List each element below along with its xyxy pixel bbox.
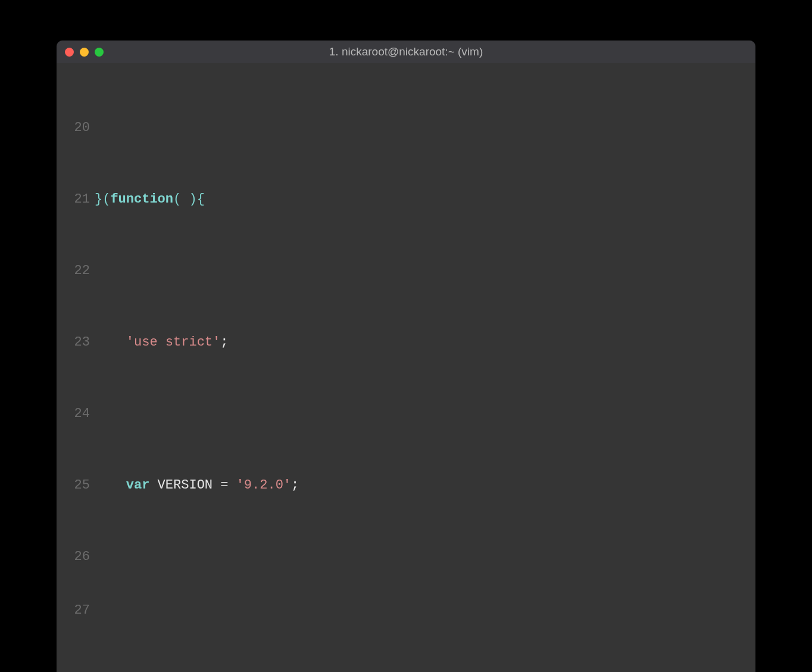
line-number: 26: [57, 548, 95, 566]
minimize-icon[interactable]: [80, 48, 89, 57]
terminal-window: 1. nickaroot@nickaroot:~ (vim) 20 21 }(f…: [57, 41, 755, 672]
zoom-icon[interactable]: [95, 48, 104, 57]
line-number: 24: [57, 405, 95, 423]
line-number: 27: [57, 602, 95, 620]
close-icon[interactable]: [65, 48, 74, 57]
traffic-lights: [65, 48, 104, 57]
code-line: 23 'use strict';: [57, 334, 755, 351]
code-line: 24: [57, 405, 755, 423]
editor-viewport[interactable]: 20 21 }(function( ){ 22 23 'use strict';…: [57, 63, 755, 672]
line-number: 23: [57, 334, 95, 351]
code-line: 22: [57, 262, 755, 280]
code-line: 21 }(function( ){: [57, 191, 755, 209]
window-titlebar[interactable]: 1. nickaroot@nickaroot:~ (vim): [57, 41, 755, 63]
line-number: 22: [57, 262, 95, 280]
code-line: 27: [57, 602, 755, 620]
line-number: 20: [57, 119, 95, 137]
window-title: 1. nickaroot@nickaroot:~ (vim): [57, 45, 755, 58]
code-line: 26: [57, 548, 755, 566]
line-number: 21: [57, 191, 95, 209]
code-line: 25 var VERSION = '9.2.0';: [57, 477, 755, 494]
line-number: 25: [57, 477, 95, 494]
code-line: 20: [57, 119, 755, 137]
